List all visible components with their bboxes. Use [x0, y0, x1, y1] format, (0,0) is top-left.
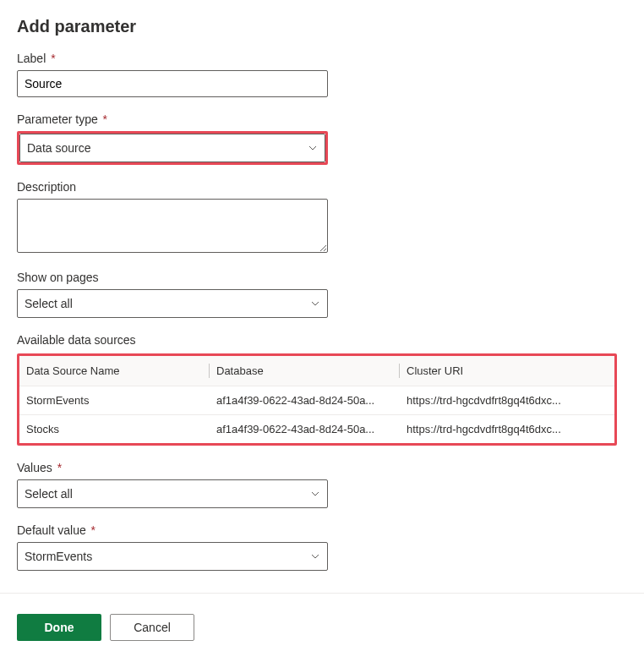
values-label-text: Values — [17, 461, 52, 474]
cell-name: StormEvents — [19, 386, 210, 415]
label-input[interactable] — [17, 70, 328, 97]
label-text: Label — [17, 52, 46, 65]
parameter-type-highlight: Data source — [17, 131, 328, 165]
show-on-pages-value: Select all — [25, 297, 310, 310]
available-data-sources-highlight: Data Source Name Database Cluster URI St… — [17, 353, 617, 446]
parameter-type-value: Data source — [27, 141, 308, 155]
required-mark: * — [103, 112, 107, 126]
required-mark: * — [51, 52, 55, 65]
table-header-name[interactable]: Data Source Name — [19, 356, 210, 386]
show-on-pages-label: Show on pages — [17, 271, 627, 284]
chevron-down-icon — [310, 551, 320, 561]
default-value-label-text: Default value — [17, 523, 86, 537]
chevron-down-icon — [310, 489, 320, 499]
available-data-sources-label: Available data sources — [17, 333, 627, 347]
default-value-select[interactable]: StormEvents — [17, 542, 328, 571]
table-header-database[interactable]: Database — [210, 356, 400, 386]
label-field-label: Label * — [17, 52, 627, 65]
values-select[interactable]: Select all — [17, 479, 328, 508]
cancel-button[interactable]: Cancel — [110, 614, 194, 641]
cell-cluster-uri: https://trd-hgcdvdfrt8gq4t6dxc... — [400, 415, 614, 444]
values-value: Select all — [25, 487, 310, 501]
values-label: Values * — [17, 461, 627, 474]
required-mark: * — [91, 523, 96, 537]
chevron-down-icon — [310, 298, 320, 309]
table-row[interactable]: Stocks af1a4f39-0622-43ad-8d24-50a... ht… — [19, 415, 614, 444]
required-mark: * — [57, 461, 62, 474]
default-value-value: StormEvents — [25, 550, 310, 563]
table-row[interactable]: StormEvents af1a4f39-0622-43ad-8d24-50a.… — [19, 386, 614, 415]
description-textarea[interactable] — [17, 199, 328, 253]
done-button[interactable]: Done — [17, 614, 101, 641]
cell-database: af1a4f39-0622-43ad-8d24-50a... — [210, 386, 400, 415]
chevron-down-icon — [308, 143, 318, 153]
page-title: Add parameter — [17, 17, 627, 36]
cell-cluster-uri: https://trd-hgcdvdfrt8gq4t6dxc... — [400, 386, 614, 415]
description-label: Description — [17, 180, 627, 194]
data-sources-table: Data Source Name Database Cluster URI St… — [19, 356, 614, 443]
footer: Done Cancel — [0, 593, 644, 641]
cell-database: af1a4f39-0622-43ad-8d24-50a... — [210, 415, 400, 444]
cell-name: Stocks — [19, 415, 210, 444]
show-on-pages-select[interactable]: Select all — [17, 289, 328, 318]
parameter-type-select[interactable]: Data source — [19, 134, 325, 162]
parameter-type-label: Parameter type * — [17, 112, 627, 126]
default-value-label: Default value * — [17, 523, 627, 537]
parameter-type-label-text: Parameter type — [17, 112, 98, 126]
table-header-cluster-uri[interactable]: Cluster URI — [400, 356, 614, 386]
